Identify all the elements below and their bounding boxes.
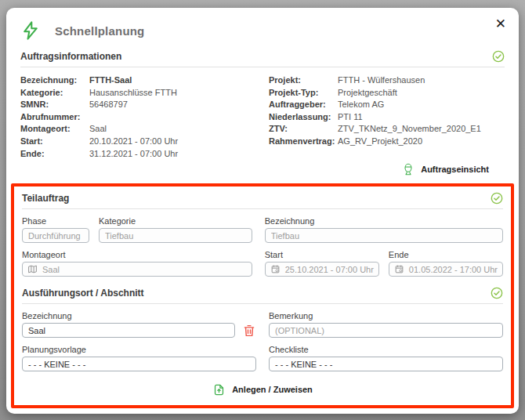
info-label: Bezeichnung:: [20, 74, 89, 87]
submit-row: Anlegen / Zuweisen: [22, 380, 503, 399]
info-row: Projekt:FTTH - Wülfershausen: [269, 74, 505, 87]
info-value: Projektgeschäft: [338, 87, 397, 100]
info-label: Montageort:: [20, 123, 89, 136]
phase-field-group: Phase: [22, 216, 89, 243]
checkliste-select[interactable]: [269, 357, 503, 371]
info-label: Rahmenvertrag:: [269, 136, 338, 148]
info-row: Montageort:Saal: [20, 123, 256, 136]
info-row: Niederlassung:PTI 11: [269, 111, 505, 124]
teilauftrag-heading: Teilauftrag: [22, 193, 69, 204]
teil-bezeichnung-input: [265, 228, 503, 243]
order-info-heading: Auftragsinformationen: [20, 51, 121, 62]
info-value: 20.10.2021 - 07:00 Uhr: [89, 136, 178, 148]
planungsvorlage-select[interactable]: [22, 357, 256, 371]
checkliste-field-group: Checkliste: [269, 345, 503, 371]
abschnitt-heading: Ausführungsort / Abschnitt: [22, 288, 144, 299]
schnellplanung-dialog: Schnellplanung ✕ Auftragsinformationen B…: [6, 8, 519, 414]
order-view-row: Auftragseinsicht: [20, 161, 505, 178]
info-row: Ende:31.12.2021 - 07:00 Uhr: [20, 148, 256, 161]
start-value: 25.10.2021 - 07:00 Uhr: [285, 265, 374, 274]
map-icon: [27, 264, 38, 274]
info-value: 31.12.2021 - 07:00 Uhr: [89, 148, 178, 161]
abschnitt-section-header: Ausführungsort / Abschnitt: [22, 287, 503, 304]
phase-label: Phase: [22, 216, 89, 226]
info-label: Auftraggeber:: [269, 99, 338, 111]
info-value: Telekom AG: [338, 99, 384, 111]
info-label: Ende:: [20, 148, 89, 161]
start-label: Start: [265, 250, 379, 259]
dialog-title: Schnellplanung: [55, 24, 144, 38]
info-label: Kategorie:: [20, 87, 89, 100]
montageort-label: Montageort: [22, 250, 252, 259]
info-row: Kategorie:Hausanschlüsse FTTH: [20, 87, 256, 100]
trash-icon: [242, 324, 256, 338]
checkliste-label: Checkliste: [269, 345, 503, 354]
start-ende-pair: Start 25.10.2021 - 07:00 Uhr Ende: [265, 250, 503, 277]
start-field-group: Start 25.10.2021 - 07:00 Uhr: [265, 250, 379, 277]
bemerkung-field-group: Bemerkung: [269, 311, 503, 338]
phase-kategorie-pair: Phase Kategorie: [22, 216, 252, 243]
teil-bezeichnung-field-group: Bezeichnung: [265, 216, 503, 243]
teilauftrag-form: Phase Kategorie Bezeichnung Montageort: [22, 216, 503, 277]
info-label: SMNR:: [20, 99, 89, 111]
delete-button[interactable]: [242, 324, 256, 338]
abschnitt-form: Bezeichnung Bemerkung Planungsvorlage: [22, 311, 503, 371]
planungsvorlage-field-group: Planungsvorlage: [22, 345, 256, 371]
info-value: Saal: [89, 123, 107, 136]
info-value: Hausanschlüsse FTTH: [89, 87, 177, 100]
order-info-right-column: Projekt:FTTH - Wülfershausen Projekt-Typ…: [269, 74, 505, 160]
order-info-grid: Bezeichnung:FTTH-Saal Kategorie:Hausansc…: [20, 74, 505, 160]
bemerkung-input[interactable]: [269, 323, 503, 338]
info-label: Niederlassung:: [269, 111, 338, 124]
start-input: 25.10.2021 - 07:00 Uhr: [265, 262, 379, 277]
info-value: 56468797: [89, 99, 128, 111]
auftragseinsicht-button[interactable]: Auftragseinsicht: [402, 162, 489, 176]
teilauftrag-section-header: Teilauftrag: [22, 192, 503, 209]
montageort-value: Saal: [42, 265, 60, 274]
phase-input: [22, 228, 89, 243]
bemerkung-label: Bemerkung: [269, 311, 503, 320]
info-row: Start:20.10.2021 - 07:00 Uhr: [20, 136, 256, 148]
montageort-input: Saal: [22, 262, 252, 277]
ort-bezeichnung-row: [22, 323, 256, 338]
close-icon[interactable]: ✕: [495, 17, 506, 31]
ende-field-group: Ende 01.05.2022 - 17:00 Uhr: [389, 250, 503, 277]
info-row: Bezeichnung:FTTH-Saal: [20, 74, 256, 87]
teil-bezeichnung-label: Bezeichnung: [265, 216, 503, 226]
info-row: SMNR:56468797: [20, 99, 256, 111]
highlight-red-box: Teilauftrag Phase Kategorie Bezeichn: [11, 183, 514, 408]
order-info-section-header: Auftragsinformationen: [20, 50, 505, 67]
info-value: AG_RV_Projekt_2020: [338, 136, 422, 148]
info-label: Projekt:: [269, 74, 338, 87]
kategorie-label: Kategorie: [99, 216, 252, 226]
anlegen-zuweisen-label: Anlegen / Zuweisen: [232, 385, 313, 394]
info-row: Abrufnummer:: [20, 111, 256, 124]
ende-label: Ende: [389, 250, 503, 259]
info-value: FTTH - Wülfershausen: [338, 74, 425, 87]
anlegen-zuweisen-button[interactable]: Anlegen / Zuweisen: [212, 383, 313, 396]
ort-bezeichnung-label: Bezeichnung: [22, 311, 256, 320]
planungsvorlage-label: Planungsvorlage: [22, 345, 256, 354]
check-circle-icon: [492, 50, 505, 63]
ende-value: 01.05.2022 - 17:00 Uhr: [409, 265, 498, 274]
montageort-field-group: Montageort Saal: [22, 250, 252, 277]
info-row: Rahmenvertrag:AG_RV_Projekt_2020: [269, 136, 505, 148]
document-upload-icon: [212, 383, 226, 396]
info-row: Auftraggeber:Telekom AG: [269, 99, 505, 111]
ort-bezeichnung-field-group: Bezeichnung: [22, 311, 256, 338]
info-label: Projekt-Typ:: [269, 87, 338, 100]
info-value: PTI 11: [338, 111, 363, 124]
info-value: FTTH-Saal: [89, 74, 132, 87]
worker-helmet-icon: [402, 162, 415, 176]
kategorie-input: [99, 228, 252, 243]
info-row: Projekt-Typ:Projektgeschäft: [269, 87, 505, 100]
info-label: ZTV:: [269, 123, 338, 136]
info-label: Abrufnummer:: [20, 111, 89, 124]
check-circle-icon: [491, 192, 503, 205]
ort-bezeichnung-input[interactable]: [22, 323, 235, 338]
check-circle-icon: [491, 287, 503, 299]
order-info-left-column: Bezeichnung:FTTH-Saal Kategorie:Hausansc…: [20, 74, 256, 160]
calendar-icon: [270, 264, 281, 274]
info-label: Start:: [20, 136, 89, 148]
lightning-bolt-icon: [20, 20, 41, 42]
